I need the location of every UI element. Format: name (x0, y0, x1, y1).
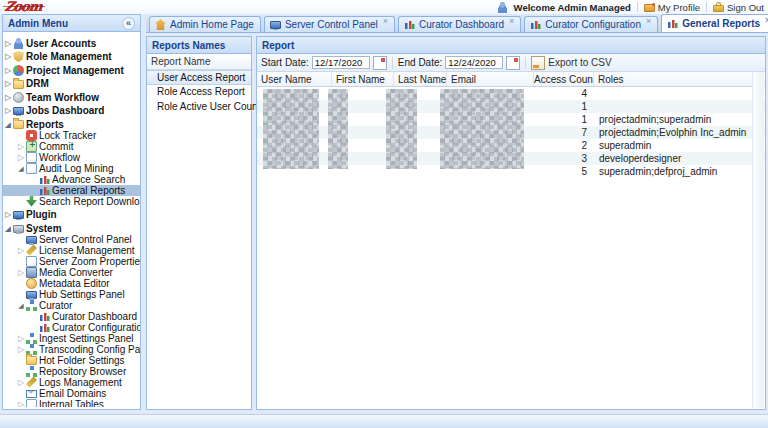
column-header-last-name[interactable]: Last Name (394, 72, 447, 86)
collapse-arrow-icon[interactable]: ◢ (16, 163, 26, 174)
tree-item-drm[interactable]: ▷DRM (3, 78, 140, 89)
expand-arrow-icon[interactable]: ▷ (16, 377, 26, 388)
tree-item-email-domains[interactable]: Email Domains (3, 388, 140, 399)
tree-item-label: Hot Folder Settings (39, 355, 125, 366)
tree-item-system[interactable]: ◢System (3, 223, 140, 234)
column-header-user-name[interactable]: User Name (257, 72, 332, 86)
tree-item-repository-browser[interactable]: Repository Browser (3, 366, 140, 377)
roles-cell: superadmin;defproj_admin (594, 165, 754, 178)
reports-names-title: Reports Names (152, 40, 225, 51)
sign-out-link[interactable]: Sign Out (713, 2, 764, 13)
admin-menu-header: Admin Menu « (3, 15, 140, 32)
tree-item-label: General Reports (52, 185, 125, 196)
tree-item-server-control-panel[interactable]: Server Control Panel (3, 234, 140, 245)
redacted-user-name-data (263, 89, 319, 169)
expand-arrow-icon[interactable]: ▷ (16, 141, 26, 152)
tree-item-jobs-dashboard[interactable]: ▷Jobs Dashboard (3, 105, 140, 116)
tree-item-curator[interactable]: ◢Curator (3, 300, 140, 311)
tab-curator-configuration[interactable]: Curator Configuration× (524, 16, 658, 32)
expand-arrow-icon[interactable]: ▷ (16, 399, 26, 408)
tree-item-label: Curator (39, 300, 72, 311)
tree-item-reports[interactable]: ◢Reports (3, 119, 140, 130)
tree-item-logs-management[interactable]: ▷Logs Management (3, 377, 140, 388)
column-header-first-name[interactable]: First Name (332, 72, 394, 86)
my-profile-link[interactable]: My Profile (644, 2, 700, 13)
expand-arrow-icon[interactable]: ▷ (3, 92, 13, 103)
start-date-calendar-icon[interactable] (373, 56, 387, 70)
commit-icon (26, 141, 37, 152)
tree-item-audit-log-mining[interactable]: ◢Audit Log Mining (3, 163, 140, 174)
email-icon (26, 390, 37, 398)
tab-general-reports[interactable]: General Reports× (661, 14, 768, 32)
start-date-input[interactable] (312, 56, 370, 69)
tree-item-internal-tables[interactable]: ▷Internal Tables (3, 399, 140, 408)
expand-arrow-icon[interactable]: ▷ (3, 78, 13, 89)
tree-item-hot-folder-settings[interactable]: Hot Folder Settings (3, 355, 140, 366)
sitemap-icon (26, 300, 37, 311)
expand-arrow-icon[interactable]: ▷ (3, 65, 13, 76)
tree-item-media-converter[interactable]: ▷Media Converter (3, 267, 140, 278)
end-date-input[interactable] (445, 56, 503, 69)
tree-item-role-management[interactable]: ▷Role Management (3, 51, 140, 62)
tab-server-control-panel[interactable]: Server Control Panel× (264, 16, 395, 32)
collapse-panel-button[interactable]: « (122, 17, 135, 30)
collapse-arrow-icon[interactable]: ◢ (3, 119, 13, 130)
tree-item-license-management[interactable]: ▷License Management (3, 245, 140, 256)
end-date-calendar-icon[interactable] (506, 56, 520, 70)
expand-arrow-icon[interactable]: ▷ (3, 38, 13, 49)
tree-item-curator-configuration[interactable]: Curator Configuration (3, 322, 140, 333)
expand-arrow-icon[interactable]: ▷ (3, 209, 13, 220)
tree-item-general-reports[interactable]: General Reports (3, 185, 140, 196)
expand-arrow-icon[interactable]: ▷ (16, 152, 26, 163)
tree-item-label: Team Workflow (26, 92, 99, 103)
report-name-column-header[interactable]: Report Name (147, 54, 251, 70)
close-tab-icon[interactable]: × (646, 17, 651, 26)
access-count-cell: 2 (534, 139, 594, 152)
export-csv-icon[interactable] (531, 56, 545, 70)
tree-item-metadata-editor[interactable]: Metadata Editor (3, 278, 140, 289)
tree-item-hub-settings-panel[interactable]: Hub Settings Panel (3, 289, 140, 300)
expand-arrow-icon[interactable]: ▷ (16, 344, 26, 355)
tree-item-user-accounts[interactable]: ▷User Accounts (3, 38, 140, 49)
report-list-item-role-active-user-count-report[interactable]: Role Active User Count Report (147, 100, 251, 115)
tree-item-workflow[interactable]: ▷Workflow (3, 152, 140, 163)
expand-arrow-icon[interactable]: ▷ (3, 105, 13, 116)
expand-arrow-icon[interactable]: ▷ (16, 267, 26, 278)
access-count-cell: 1 (534, 100, 594, 113)
tree-item-curator-dashboard[interactable]: Curator Dashboard (3, 311, 140, 322)
tab-admin-home-page[interactable]: Admin Home Page (149, 16, 261, 32)
expand-arrow-icon[interactable]: ▷ (3, 51, 13, 62)
close-tab-icon[interactable]: × (383, 17, 388, 26)
report-list-item-user-access-report[interactable]: User Access Report (147, 70, 251, 85)
tree-item-label: Email Domains (39, 388, 106, 399)
tree-item-commit[interactable]: ▷Commit (3, 141, 140, 152)
tree-item-team-workflow[interactable]: ▷Team Workflow (3, 92, 140, 103)
collapse-arrow-icon[interactable]: ◢ (16, 300, 26, 311)
vertical-scrollbar[interactable] (752, 72, 764, 408)
report-list-item-role-access-report[interactable]: Role Access Report (147, 85, 251, 100)
tree-item-ingest-settings-panel[interactable]: ▷Ingest Settings Panel (3, 333, 140, 344)
tree-item-server-zoom-properties[interactable]: Server Zoom Properties (3, 256, 140, 267)
tree-item-lock-tracker[interactable]: Lock Tracker (3, 130, 140, 141)
column-header-roles[interactable]: Roles (594, 72, 754, 86)
column-header-email[interactable]: Email (447, 72, 534, 86)
tree-item-search-report-downloader[interactable]: Search Report Downloader (3, 196, 140, 207)
tree-item-project-management[interactable]: ▷Project Management (3, 65, 140, 76)
close-tab-icon[interactable]: × (509, 17, 514, 26)
collapse-arrow-icon[interactable]: ◢ (3, 223, 13, 234)
chart-icon (530, 19, 541, 30)
admin-menu-panel: Admin Menu « ▷User Accounts▷Role Managem… (2, 14, 141, 410)
tree-item-label: Hub Settings Panel (39, 289, 125, 300)
tree-item-label: Jobs Dashboard (26, 105, 104, 116)
tab-curator-dashboard[interactable]: Curator Dashboard× (398, 16, 521, 32)
welcome-text: Welcome Admin Managed (514, 2, 631, 13)
tree-item-plugin[interactable]: ▷Plugin (3, 209, 140, 220)
expand-arrow-icon[interactable]: ▷ (16, 245, 26, 256)
tree-item-transcoding-config-panel[interactable]: ▷Transcoding Config Panel (3, 344, 140, 355)
export-csv-button[interactable]: Export to CSV (548, 57, 611, 68)
monitor-icon (13, 107, 24, 115)
tree-item-advance-search[interactable]: Advance Search (3, 174, 140, 185)
column-header-access-count[interactable]: Access Count (534, 72, 594, 86)
expand-arrow-icon[interactable]: ▷ (16, 333, 26, 344)
report-title: Report (262, 40, 294, 51)
